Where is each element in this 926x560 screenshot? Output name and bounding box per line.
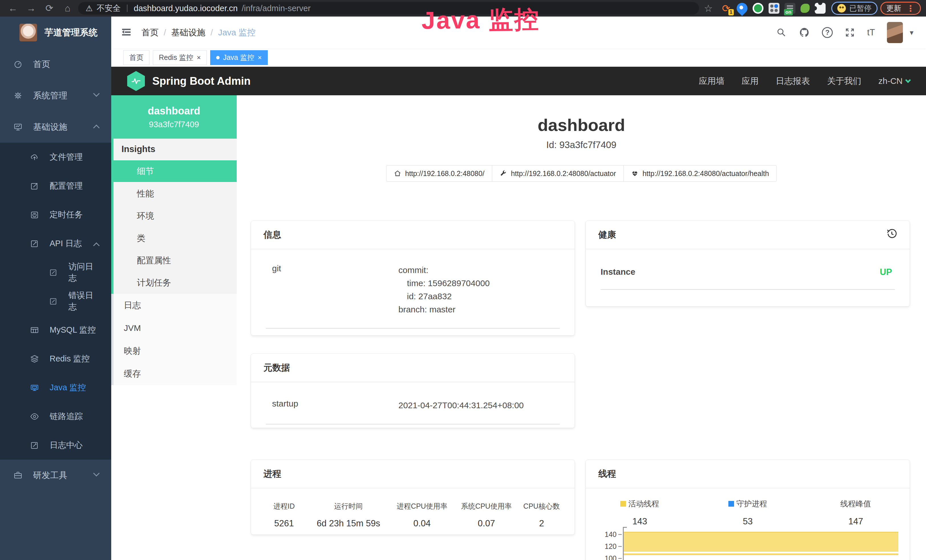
gear-icon [13, 91, 23, 100]
tab-java-monitor[interactable]: Java 监控 × [210, 50, 268, 65]
url-host: dashboard.yudao.iocoder.cn [134, 4, 238, 13]
insights-section-label: Insights [113, 139, 237, 160]
sba-nav-about[interactable]: 关于我们 [819, 75, 870, 87]
green-extension-icon[interactable] [753, 3, 763, 14]
github-icon[interactable] [799, 27, 810, 38]
tab-home[interactable]: 首页 [123, 50, 150, 65]
close-icon[interactable]: × [197, 54, 201, 62]
menu-item-scheduled-tasks[interactable]: 计划任务 [113, 272, 237, 294]
peak-threads-value: 147 [802, 516, 910, 527]
legend-yellow-swatch [620, 501, 626, 507]
history-icon[interactable] [887, 228, 897, 241]
app-logo-title: 芋道管理系统 [44, 27, 98, 38]
process-card: 进程 进程ID 运行时间 进程CPU使用率 系统CPU使用率 CPU核心数 [251, 460, 575, 534]
sidebar-item-system[interactable]: 系统管理 [0, 80, 111, 111]
sba-nav-applications[interactable]: 应用 [733, 75, 767, 87]
browser-update-button[interactable]: 更新 ⋮ [881, 2, 921, 15]
sidebar-item-config-manage[interactable]: 配置管理 [0, 171, 111, 200]
heartbeat-icon [631, 170, 639, 177]
address-bar[interactable]: ⚠ 不安全 dashboard.yudao.iocoder.cn /infra/… [78, 2, 699, 15]
browser-menu-dots-icon[interactable]: ⋮ [906, 3, 915, 14]
log-edit-icon [30, 440, 39, 450]
instance-header[interactable]: dashboard 93a3fc7f7409 [111, 95, 237, 139]
menu-item-details[interactable]: 细节 [113, 160, 237, 183]
fullscreen-icon[interactable] [845, 27, 855, 38]
menu-item-config-props[interactable]: 配置属性 [113, 249, 237, 272]
not-secure-label[interactable]: 不安全 [97, 3, 121, 14]
actuator-url-button[interactable]: http://192.168.0.2:48080/actuator [492, 165, 624, 182]
help-icon[interactable]: ? [822, 27, 833, 38]
sidebar-item-home[interactable]: 首页 [0, 48, 111, 80]
breadcrumb-current: Java 监控 [218, 27, 256, 38]
breadcrumb: 首页 / 基础设施 / Java 监控 [141, 27, 256, 38]
sidebar-item-redis-monitor[interactable]: Redis 监控 [0, 344, 111, 373]
info-card: 信息 git commit: time: 1596289704000 id: 2… [251, 221, 575, 336]
grid-extension-icon[interactable] [769, 3, 779, 14]
sba-nav-journal[interactable]: 日志报表 [767, 75, 819, 87]
browser-forward-icon[interactable]: → [23, 0, 39, 17]
tab-redis-monitor[interactable]: Redis 监控 × [153, 50, 207, 65]
search-icon[interactable] [776, 27, 787, 38]
sidebar-item-log-center[interactable]: 日志中心 [0, 431, 111, 460]
java-monitor-icon [30, 383, 39, 392]
menu-item-classes[interactable]: 类 [113, 227, 237, 249]
menu-item-environment[interactable]: 环境 [113, 205, 237, 227]
y-tick-120: 120 [588, 542, 617, 551]
update-label: 更新 [887, 3, 901, 14]
emoji-face-icon [837, 4, 846, 12]
avatar-caret-down-icon[interactable]: ▾ [910, 28, 914, 37]
sba-language-select[interactable]: zh-CN [870, 76, 910, 86]
sidebar-item-scheduled-jobs[interactable]: 定时任务 [0, 200, 111, 229]
sidebar-item-tracing[interactable]: 链路追踪 [0, 402, 111, 431]
menu-item-caches[interactable]: 缓存 [113, 362, 237, 385]
sidebar-item-file-manage[interactable]: 文件管理 [0, 143, 111, 171]
instance-id: 93a3fc7f7409 [149, 120, 199, 129]
app-logo-row[interactable]: 芋道管理系统 [0, 17, 111, 48]
instance-name: dashboard [148, 105, 200, 117]
sba-nav-wallboard[interactable]: 应用墙 [690, 75, 733, 87]
pin-extension-icon[interactable] [734, 1, 750, 16]
sidebar-item-dev-tools[interactable]: 研发工具 [0, 460, 111, 491]
collapse-sidebar-icon[interactable] [121, 27, 132, 38]
instance-title-block: dashboard Id: 93a3fc7f7409 [237, 115, 926, 150]
sidebar-item-error-log[interactable]: 错误日志 [0, 287, 111, 316]
threads-card-title: 线程 [586, 460, 910, 488]
sidebar-item-java-monitor[interactable]: Java 监控 [0, 373, 111, 402]
breadcrumb-home[interactable]: 首页 [141, 27, 159, 38]
font-size-icon[interactable]: tT [867, 27, 875, 38]
leaf-extension-icon[interactable] [800, 4, 809, 13]
breadcrumb-infra[interactable]: 基础设施 [171, 27, 205, 38]
bookmark-star-icon[interactable]: ☆ [704, 3, 713, 14]
cloud-upload-icon [30, 152, 39, 162]
health-card: 健康 Instance UP [586, 221, 910, 306]
sidebar-item-api-log[interactable]: API 日志 [0, 229, 111, 258]
sidebar-item-infra[interactable]: 基础设施 [0, 111, 111, 143]
health-url-button[interactable]: http://192.168.0.2:48080/actuator/health [623, 165, 776, 182]
browser-home-icon[interactable]: ⌂ [60, 0, 75, 17]
avatar[interactable] [887, 22, 903, 43]
puzzle-extension-icon[interactable] [815, 3, 826, 14]
menu-item-jvm[interactable]: JVM [113, 317, 237, 339]
sync-extension-icon[interactable]: ⟳ 1 [721, 3, 731, 14]
home-icon [394, 170, 401, 177]
process-table-values: 5261 6d 23h 15m 59s 0.04 0.07 2 [260, 518, 566, 529]
axis-tick [618, 534, 622, 535]
sba-body: dashboard 93a3fc7f7409 Insights 细节 性能 环境… [111, 95, 926, 560]
paused-profile-badge[interactable]: 已暂停 [831, 2, 878, 15]
spring-boot-admin: Spring Boot Admin 应用墙 应用 日志报表 关于我们 zh-CN [111, 67, 926, 560]
sba-brand[interactable]: Spring Boot Admin [127, 71, 251, 91]
active-tab-dot [216, 56, 219, 59]
menu-item-logs[interactable]: 日志 [113, 294, 237, 317]
switch-extension-icon[interactable]: on [785, 3, 795, 14]
instance-links: http://192.168.0.2:48080/ http://192.168… [237, 165, 926, 182]
sidebar-item-access-log[interactable]: 访问日志 [0, 258, 111, 287]
menu-item-metrics[interactable]: 性能 [113, 183, 237, 205]
browser-back-icon[interactable]: ← [5, 0, 21, 17]
wrench-icon [500, 170, 507, 177]
browser-reload-icon[interactable]: ⟳ [42, 0, 57, 17]
sidebar-item-mysql-monitor[interactable]: MySQL 监控 [0, 316, 111, 344]
legend-live-threads: 活动线程 143 [586, 499, 694, 527]
menu-item-mappings[interactable]: 映射 [113, 339, 237, 362]
service-url-button[interactable]: http://192.168.0.2:48080/ [386, 165, 492, 182]
close-icon[interactable]: × [258, 54, 262, 62]
